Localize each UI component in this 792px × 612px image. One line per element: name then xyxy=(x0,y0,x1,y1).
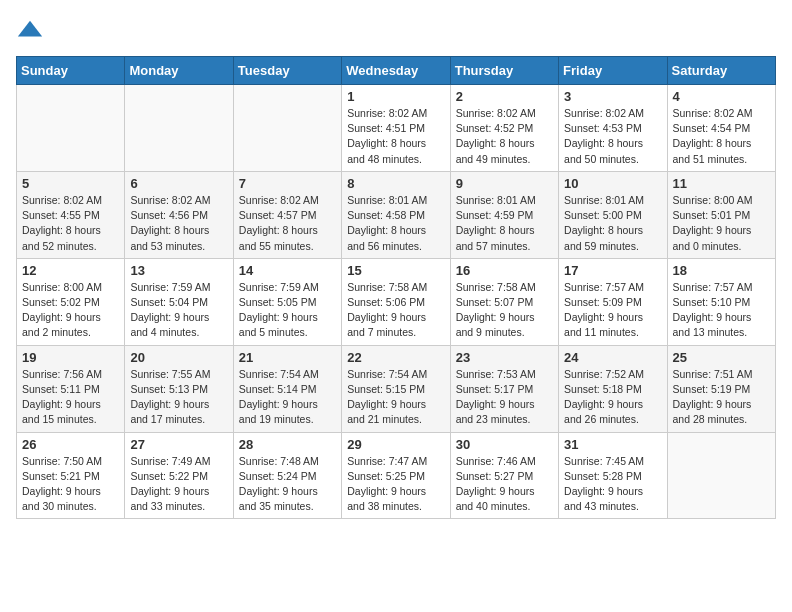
calendar-cell: 20Sunrise: 7:55 AM Sunset: 5:13 PM Dayli… xyxy=(125,345,233,432)
day-info: Sunrise: 7:58 AM Sunset: 5:06 PM Dayligh… xyxy=(347,280,444,341)
day-info: Sunrise: 8:01 AM Sunset: 4:58 PM Dayligh… xyxy=(347,193,444,254)
day-info: Sunrise: 8:01 AM Sunset: 4:59 PM Dayligh… xyxy=(456,193,553,254)
day-number: 21 xyxy=(239,350,336,365)
day-info: Sunrise: 7:59 AM Sunset: 5:04 PM Dayligh… xyxy=(130,280,227,341)
calendar-week-row: 26Sunrise: 7:50 AM Sunset: 5:21 PM Dayli… xyxy=(17,432,776,519)
calendar-cell: 28Sunrise: 7:48 AM Sunset: 5:24 PM Dayli… xyxy=(233,432,341,519)
calendar-cell: 31Sunrise: 7:45 AM Sunset: 5:28 PM Dayli… xyxy=(559,432,667,519)
day-number: 14 xyxy=(239,263,336,278)
logo-icon xyxy=(16,16,44,44)
calendar-cell: 12Sunrise: 8:00 AM Sunset: 5:02 PM Dayli… xyxy=(17,258,125,345)
calendar-cell: 6Sunrise: 8:02 AM Sunset: 4:56 PM Daylig… xyxy=(125,171,233,258)
day-info: Sunrise: 7:58 AM Sunset: 5:07 PM Dayligh… xyxy=(456,280,553,341)
calendar-cell xyxy=(233,85,341,172)
day-info: Sunrise: 7:55 AM Sunset: 5:13 PM Dayligh… xyxy=(130,367,227,428)
day-number: 12 xyxy=(22,263,119,278)
calendar-week-row: 12Sunrise: 8:00 AM Sunset: 5:02 PM Dayli… xyxy=(17,258,776,345)
day-info: Sunrise: 8:00 AM Sunset: 5:02 PM Dayligh… xyxy=(22,280,119,341)
calendar-cell: 25Sunrise: 7:51 AM Sunset: 5:19 PM Dayli… xyxy=(667,345,775,432)
day-info: Sunrise: 7:54 AM Sunset: 5:14 PM Dayligh… xyxy=(239,367,336,428)
day-info: Sunrise: 8:02 AM Sunset: 4:52 PM Dayligh… xyxy=(456,106,553,167)
calendar-cell: 9Sunrise: 8:01 AM Sunset: 4:59 PM Daylig… xyxy=(450,171,558,258)
day-info: Sunrise: 7:59 AM Sunset: 5:05 PM Dayligh… xyxy=(239,280,336,341)
day-info: Sunrise: 8:00 AM Sunset: 5:01 PM Dayligh… xyxy=(673,193,770,254)
day-number: 24 xyxy=(564,350,661,365)
day-number: 16 xyxy=(456,263,553,278)
calendar-cell: 22Sunrise: 7:54 AM Sunset: 5:15 PM Dayli… xyxy=(342,345,450,432)
calendar-cell xyxy=(17,85,125,172)
day-info: Sunrise: 7:47 AM Sunset: 5:25 PM Dayligh… xyxy=(347,454,444,515)
day-info: Sunrise: 8:02 AM Sunset: 4:53 PM Dayligh… xyxy=(564,106,661,167)
day-number: 29 xyxy=(347,437,444,452)
weekday-header-thursday: Thursday xyxy=(450,57,558,85)
calendar-cell: 17Sunrise: 7:57 AM Sunset: 5:09 PM Dayli… xyxy=(559,258,667,345)
calendar-cell: 4Sunrise: 8:02 AM Sunset: 4:54 PM Daylig… xyxy=(667,85,775,172)
calendar-cell: 5Sunrise: 8:02 AM Sunset: 4:55 PM Daylig… xyxy=(17,171,125,258)
calendar-cell: 2Sunrise: 8:02 AM Sunset: 4:52 PM Daylig… xyxy=(450,85,558,172)
day-info: Sunrise: 7:57 AM Sunset: 5:10 PM Dayligh… xyxy=(673,280,770,341)
weekday-header-monday: Monday xyxy=(125,57,233,85)
calendar-cell xyxy=(125,85,233,172)
calendar-cell: 10Sunrise: 8:01 AM Sunset: 5:00 PM Dayli… xyxy=(559,171,667,258)
calendar-cell: 13Sunrise: 7:59 AM Sunset: 5:04 PM Dayli… xyxy=(125,258,233,345)
day-info: Sunrise: 8:02 AM Sunset: 4:56 PM Dayligh… xyxy=(130,193,227,254)
day-number: 2 xyxy=(456,89,553,104)
calendar-table: SundayMondayTuesdayWednesdayThursdayFrid… xyxy=(16,56,776,519)
day-number: 22 xyxy=(347,350,444,365)
logo xyxy=(16,16,48,44)
calendar-cell: 26Sunrise: 7:50 AM Sunset: 5:21 PM Dayli… xyxy=(17,432,125,519)
day-info: Sunrise: 7:45 AM Sunset: 5:28 PM Dayligh… xyxy=(564,454,661,515)
day-info: Sunrise: 7:50 AM Sunset: 5:21 PM Dayligh… xyxy=(22,454,119,515)
day-number: 3 xyxy=(564,89,661,104)
day-number: 9 xyxy=(456,176,553,191)
day-number: 26 xyxy=(22,437,119,452)
day-number: 10 xyxy=(564,176,661,191)
calendar-week-row: 1Sunrise: 8:02 AM Sunset: 4:51 PM Daylig… xyxy=(17,85,776,172)
day-number: 8 xyxy=(347,176,444,191)
day-info: Sunrise: 7:57 AM Sunset: 5:09 PM Dayligh… xyxy=(564,280,661,341)
weekday-header-friday: Friday xyxy=(559,57,667,85)
day-number: 17 xyxy=(564,263,661,278)
day-number: 31 xyxy=(564,437,661,452)
calendar-cell: 7Sunrise: 8:02 AM Sunset: 4:57 PM Daylig… xyxy=(233,171,341,258)
calendar-week-row: 19Sunrise: 7:56 AM Sunset: 5:11 PM Dayli… xyxy=(17,345,776,432)
day-info: Sunrise: 7:52 AM Sunset: 5:18 PM Dayligh… xyxy=(564,367,661,428)
day-number: 19 xyxy=(22,350,119,365)
day-number: 15 xyxy=(347,263,444,278)
day-number: 23 xyxy=(456,350,553,365)
day-number: 20 xyxy=(130,350,227,365)
day-number: 27 xyxy=(130,437,227,452)
day-info: Sunrise: 7:49 AM Sunset: 5:22 PM Dayligh… xyxy=(130,454,227,515)
day-number: 28 xyxy=(239,437,336,452)
day-number: 30 xyxy=(456,437,553,452)
day-info: Sunrise: 8:02 AM Sunset: 4:51 PM Dayligh… xyxy=(347,106,444,167)
day-number: 1 xyxy=(347,89,444,104)
weekday-header-row: SundayMondayTuesdayWednesdayThursdayFrid… xyxy=(17,57,776,85)
weekday-header-tuesday: Tuesday xyxy=(233,57,341,85)
calendar-cell: 29Sunrise: 7:47 AM Sunset: 5:25 PM Dayli… xyxy=(342,432,450,519)
calendar-cell: 11Sunrise: 8:00 AM Sunset: 5:01 PM Dayli… xyxy=(667,171,775,258)
day-info: Sunrise: 8:02 AM Sunset: 4:54 PM Dayligh… xyxy=(673,106,770,167)
calendar-cell: 21Sunrise: 7:54 AM Sunset: 5:14 PM Dayli… xyxy=(233,345,341,432)
page-header xyxy=(16,16,776,44)
calendar-cell: 19Sunrise: 7:56 AM Sunset: 5:11 PM Dayli… xyxy=(17,345,125,432)
day-number: 11 xyxy=(673,176,770,191)
day-number: 25 xyxy=(673,350,770,365)
weekday-header-sunday: Sunday xyxy=(17,57,125,85)
calendar-cell: 30Sunrise: 7:46 AM Sunset: 5:27 PM Dayli… xyxy=(450,432,558,519)
calendar-cell xyxy=(667,432,775,519)
day-number: 13 xyxy=(130,263,227,278)
day-info: Sunrise: 7:48 AM Sunset: 5:24 PM Dayligh… xyxy=(239,454,336,515)
day-info: Sunrise: 7:54 AM Sunset: 5:15 PM Dayligh… xyxy=(347,367,444,428)
day-info: Sunrise: 7:51 AM Sunset: 5:19 PM Dayligh… xyxy=(673,367,770,428)
calendar-week-row: 5Sunrise: 8:02 AM Sunset: 4:55 PM Daylig… xyxy=(17,171,776,258)
calendar-cell: 3Sunrise: 8:02 AM Sunset: 4:53 PM Daylig… xyxy=(559,85,667,172)
day-number: 5 xyxy=(22,176,119,191)
calendar-cell: 24Sunrise: 7:52 AM Sunset: 5:18 PM Dayli… xyxy=(559,345,667,432)
day-info: Sunrise: 8:02 AM Sunset: 4:55 PM Dayligh… xyxy=(22,193,119,254)
day-number: 7 xyxy=(239,176,336,191)
day-info: Sunrise: 7:46 AM Sunset: 5:27 PM Dayligh… xyxy=(456,454,553,515)
calendar-cell: 23Sunrise: 7:53 AM Sunset: 5:17 PM Dayli… xyxy=(450,345,558,432)
calendar-cell: 8Sunrise: 8:01 AM Sunset: 4:58 PM Daylig… xyxy=(342,171,450,258)
calendar-cell: 14Sunrise: 7:59 AM Sunset: 5:05 PM Dayli… xyxy=(233,258,341,345)
